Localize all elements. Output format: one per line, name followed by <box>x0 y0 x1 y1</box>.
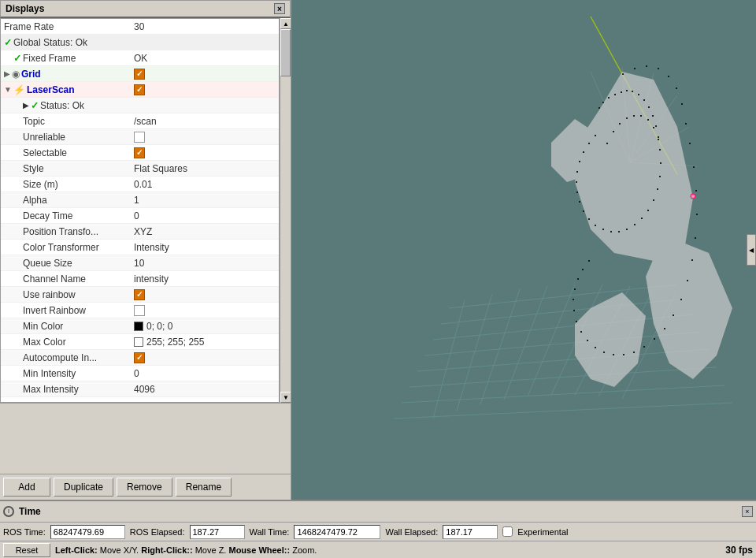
svg-rect-90 <box>577 278 579 280</box>
position-transform-value[interactable]: XYZ <box>131 225 279 239</box>
color-transformer-row: Color Transformer Intensity <box>1 240 279 255</box>
style-value[interactable]: Flat Squares <box>131 162 279 176</box>
laser-scan-icon: ⚡ <box>13 84 25 95</box>
viewport-svg <box>291 0 756 500</box>
size-row: Size (m) 0.01 <box>1 177 279 192</box>
svg-rect-98 <box>640 115 642 117</box>
svg-rect-94 <box>613 131 614 132</box>
invert-rainbow-checkbox[interactable] <box>131 303 279 318</box>
time-panel-close-button[interactable]: × <box>742 506 753 517</box>
autocompute-enabled-checkbox[interactable]: ✓ <box>134 352 145 363</box>
svg-rect-36 <box>659 149 661 151</box>
selectable-checkbox[interactable]: ✓ <box>131 146 279 160</box>
alpha-value[interactable]: 1 <box>131 193 279 207</box>
svg-rect-65 <box>681 103 683 105</box>
svg-rect-60 <box>634 68 636 69</box>
scroll-up-button[interactable]: ▲ <box>280 18 291 29</box>
fixed-frame-check-icon: ✓ <box>13 53 21 64</box>
use-rainbow-label: Use rainbow <box>1 288 131 302</box>
color-transformer-label: Color Transformer <box>1 240 131 255</box>
svg-rect-63 <box>668 76 669 77</box>
scroll-track[interactable] <box>280 29 291 392</box>
position-transform-label: Position Transfo... <box>1 225 131 239</box>
fixed-frame-label: ✓ Fixed Frame <box>1 51 131 65</box>
laser-scan-enabled-checkbox[interactable]: ✓ <box>134 84 145 95</box>
fixed-frame-value[interactable]: OK <box>131 51 279 65</box>
svg-rect-77 <box>654 338 655 340</box>
status-expand-icon[interactable]: ▶ <box>23 101 29 110</box>
experimental-checkbox[interactable] <box>502 526 513 537</box>
invert-rainbow-enabled-checkbox[interactable] <box>134 305 145 316</box>
properties-list: Frame Rate 30 ✓ Global Status: Ok <box>0 18 280 403</box>
properties-scrollbar[interactable]: ▲ ▼ <box>280 18 291 403</box>
min-intensity-value[interactable]: 0 <box>131 366 279 381</box>
panel-close-button[interactable]: × <box>274 3 285 14</box>
frame-rate-value[interactable]: 30 <box>131 20 279 34</box>
duplicate-button[interactable]: Duplicate <box>54 478 113 497</box>
svg-rect-29 <box>632 91 633 92</box>
svg-rect-99 <box>647 119 649 121</box>
svg-rect-45 <box>618 231 620 232</box>
laser-scan-expand-icon[interactable]: ▼ <box>4 85 12 94</box>
svg-rect-75 <box>673 314 674 316</box>
svg-rect-48 <box>595 225 596 226</box>
svg-rect-39 <box>657 188 658 190</box>
queue-size-row: Queue Size 10 <box>1 255 279 271</box>
rename-button[interactable]: Rename <box>176 478 232 497</box>
queue-size-value[interactable]: 10 <box>131 256 279 270</box>
wall-elapsed-input[interactable] <box>443 525 498 539</box>
svg-rect-69 <box>695 190 697 192</box>
svg-rect-83 <box>595 347 596 348</box>
scroll-thumb[interactable] <box>280 29 291 76</box>
remove-button[interactable]: Remove <box>117 478 172 497</box>
svg-rect-40 <box>653 199 654 201</box>
svg-rect-43 <box>634 224 636 225</box>
add-button[interactable]: Add <box>3 478 50 497</box>
min-color-value[interactable]: 0; 0; 0 <box>131 319 279 333</box>
svg-rect-85 <box>580 331 582 333</box>
ros-time-input[interactable] <box>50 525 125 539</box>
svg-rect-67 <box>689 143 691 144</box>
wall-time-input[interactable] <box>294 525 380 539</box>
reset-button[interactable]: Reset <box>3 543 50 557</box>
max-intensity-row: Max Intensity 4096 <box>1 381 279 397</box>
svg-rect-61 <box>646 65 647 67</box>
unreliable-checkbox[interactable] <box>131 130 279 144</box>
max-color-row: Max Color 255; 255; 255 <box>1 334 279 350</box>
help-text: Left-Click: Move X/Y. Right-Click:: Move… <box>55 545 317 555</box>
svg-rect-56 <box>583 151 584 153</box>
svg-rect-70 <box>696 214 698 215</box>
ros-elapsed-input[interactable] <box>190 525 245 539</box>
use-rainbow-checkbox[interactable]: ✓ <box>131 288 279 302</box>
selectable-enabled-checkbox[interactable]: ✓ <box>134 147 145 158</box>
svg-rect-66 <box>685 123 687 125</box>
unreliable-enabled-checkbox[interactable] <box>134 132 145 143</box>
channel-name-value[interactable]: intensity <box>131 272 279 286</box>
right-panel: ◀ <box>291 0 756 500</box>
wall-time-label: Wall Time: <box>250 527 290 537</box>
global-status-value <box>131 41 279 44</box>
autocompute-checkbox[interactable]: ✓ <box>131 351 279 365</box>
use-rainbow-enabled-checkbox[interactable]: ✓ <box>134 289 145 300</box>
grid-checkbox[interactable]: ✓ <box>131 67 279 81</box>
3d-viewport[interactable]: ◀ <box>291 0 756 500</box>
svg-rect-57 <box>588 143 590 144</box>
max-color-value[interactable]: 255; 255; 255 <box>131 335 279 349</box>
style-label: Style <box>1 162 131 176</box>
grid-expand-icon[interactable]: ▶ <box>4 69 10 78</box>
decay-time-value[interactable]: 0 <box>131 209 279 223</box>
laser-scan-checkbox[interactable]: ✓ <box>131 83 279 97</box>
viewport-collapse-button[interactable]: ◀ <box>747 234 756 266</box>
fixed-frame-row: ✓ Fixed Frame OK <box>1 50 279 66</box>
size-value[interactable]: 0.01 <box>131 177 279 192</box>
svg-rect-51 <box>579 201 580 203</box>
max-intensity-value[interactable]: 4096 <box>131 382 279 396</box>
svg-rect-76 <box>664 328 665 329</box>
grid-enabled-checkbox[interactable]: ✓ <box>134 69 145 80</box>
scroll-down-button[interactable]: ▼ <box>280 392 291 403</box>
clock-hand-icon <box>9 509 9 513</box>
invert-rainbow-row: Invert Rainbow <box>1 303 279 318</box>
selectable-row: Selectable ✓ <box>1 145 279 161</box>
topic-value[interactable]: /scan <box>131 114 279 128</box>
color-transformer-value[interactable]: Intensity <box>131 240 279 255</box>
